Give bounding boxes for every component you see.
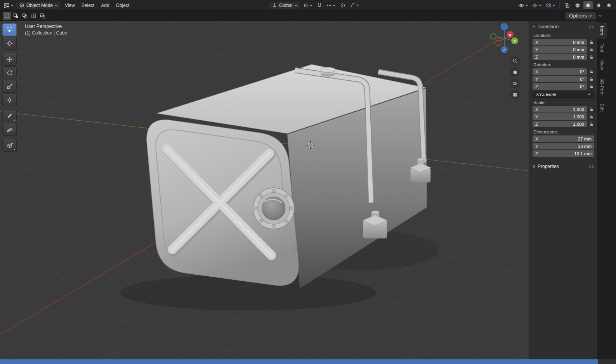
dimensions-x-row: X 27 mm bbox=[533, 135, 594, 142]
field-value: 1.000 bbox=[573, 122, 584, 127]
gizmo-axis-ball[interactable] bbox=[496, 40, 501, 46]
lock-icon[interactable] bbox=[588, 114, 594, 119]
gizmo-axis-ball[interactable] bbox=[501, 23, 508, 31]
falloff-curve-icon bbox=[350, 3, 355, 8]
shading-wireframe-button[interactable] bbox=[573, 1, 582, 9]
scale-z-field[interactable]: Z 1.000 bbox=[533, 121, 587, 127]
select-mode-set[interactable] bbox=[3, 12, 11, 20]
rotation-x-field[interactable]: X 0° bbox=[533, 68, 587, 75]
lock-icon[interactable] bbox=[588, 122, 594, 127]
transform-orientation-dropdown[interactable]: Global bbox=[269, 1, 301, 9]
tool-add-cube[interactable] bbox=[2, 139, 17, 152]
grip-icon[interactable] bbox=[588, 25, 594, 28]
tool-rotate[interactable] bbox=[2, 66, 17, 79]
location-z-field[interactable]: Z 0 mm bbox=[533, 54, 587, 60]
mode-dropdown[interactable]: Object Mode bbox=[16, 1, 61, 9]
xray-icon bbox=[564, 3, 570, 8]
field-value: 0° bbox=[580, 69, 584, 74]
grip-icon[interactable] bbox=[588, 165, 594, 168]
chevron-down-icon bbox=[295, 4, 298, 7]
rotation-z-field[interactable]: Z 0° bbox=[533, 83, 587, 90]
location-y-field[interactable]: Y 0 mm bbox=[533, 46, 587, 53]
axis-label: Y bbox=[535, 144, 538, 149]
location-x-field[interactable]: X 0 mm bbox=[533, 39, 587, 45]
shading-material-button[interactable] bbox=[594, 1, 603, 9]
lock-icon[interactable] bbox=[588, 55, 594, 59]
proportional-editing-toggle[interactable] bbox=[338, 1, 347, 10]
subtool-indicator bbox=[14, 119, 15, 121]
lock-icon[interactable] bbox=[588, 40, 594, 45]
header-menu-chevron[interactable] bbox=[599, 15, 602, 17]
tool-transform[interactable] bbox=[2, 94, 17, 106]
magnet-icon bbox=[317, 3, 322, 8]
snap-toggle[interactable] bbox=[315, 1, 324, 10]
sidebar-tab-view[interactable]: View bbox=[597, 57, 607, 74]
tool-annotate[interactable] bbox=[2, 109, 17, 122]
perspective-toggle-button[interactable] bbox=[510, 90, 520, 100]
select-mode-invert[interactable] bbox=[29, 12, 38, 20]
tool-scale[interactable] bbox=[2, 80, 17, 93]
options-dropdown[interactable]: Options bbox=[565, 12, 596, 20]
lock-icon[interactable] bbox=[588, 47, 594, 52]
rotation-z-row: Z 0° bbox=[533, 83, 594, 90]
dimensions-label: Dimensions: bbox=[533, 130, 594, 134]
options-label: Options bbox=[569, 13, 587, 19]
select-mode-extend[interactable] bbox=[12, 12, 20, 20]
properties-panel-header[interactable]: Properties bbox=[533, 162, 594, 170]
menu-select[interactable]: Select bbox=[79, 2, 97, 9]
overlays-dropdown[interactable] bbox=[544, 1, 557, 10]
sidebar-tab-tool[interactable]: Tool bbox=[597, 40, 607, 55]
xray-toggle[interactable] bbox=[562, 1, 572, 9]
snap-settings-dropdown[interactable] bbox=[325, 1, 337, 10]
select-mode-intersect[interactable] bbox=[38, 12, 47, 20]
menu-object[interactable]: Object bbox=[113, 2, 132, 9]
lock-icon[interactable] bbox=[588, 69, 594, 74]
rotation-y-field[interactable]: Y 0° bbox=[533, 76, 587, 82]
tool-measure[interactable] bbox=[2, 123, 17, 136]
select-invert-icon bbox=[31, 13, 36, 19]
select-mode-subtract[interactable] bbox=[21, 12, 29, 20]
gizmos-dropdown[interactable] bbox=[531, 1, 543, 10]
menu-view[interactable]: View bbox=[62, 2, 78, 9]
shading-rendered-button[interactable] bbox=[604, 1, 614, 9]
scale-y-field[interactable]: Y 1.000 bbox=[533, 113, 587, 120]
editor-type-dropdown[interactable] bbox=[2, 1, 15, 10]
tool-cursor[interactable] bbox=[2, 37, 17, 50]
sidebar-tab-item[interactable]: Item bbox=[597, 23, 607, 39]
axis-label: X bbox=[535, 40, 538, 45]
dimensions-z-field[interactable]: Z 10.1 mm bbox=[533, 150, 594, 157]
object-visibility-dropdown[interactable] bbox=[517, 1, 529, 10]
dimensions-y-row: Y 13 mm bbox=[533, 143, 594, 149]
gizmo-y-label: Y bbox=[514, 39, 516, 43]
scale-tool-icon bbox=[7, 83, 13, 90]
tool-select-box[interactable] bbox=[2, 23, 17, 36]
scale-x-field[interactable]: X 1.000 bbox=[533, 106, 587, 113]
zoom-button[interactable] bbox=[510, 56, 520, 66]
location-x-row: X 0 mm bbox=[533, 39, 594, 45]
field-value: 0 mm bbox=[573, 40, 584, 45]
lock-icon[interactable] bbox=[588, 77, 594, 81]
shading-solid-button[interactable] bbox=[583, 1, 593, 9]
sidebar-tab-edit[interactable]: Edit bbox=[597, 100, 607, 115]
navigation-gizmo[interactable]: X Y Z bbox=[486, 22, 522, 56]
viewport-3d-scene[interactable] bbox=[0, 21, 616, 359]
menu-add[interactable]: Add bbox=[98, 2, 112, 9]
move-tool-icon bbox=[7, 56, 13, 62]
dimensions-y-field[interactable]: Y 13 mm bbox=[533, 143, 594, 149]
eye-icon bbox=[518, 2, 524, 9]
axis-label: Z bbox=[535, 84, 538, 89]
lock-icon[interactable] bbox=[588, 107, 594, 112]
pan-button[interactable] bbox=[510, 67, 520, 77]
axes-icon bbox=[272, 3, 277, 8]
tool-move[interactable] bbox=[2, 53, 17, 66]
lock-icon[interactable] bbox=[588, 84, 594, 89]
dimensions-x-field[interactable]: X 27 mm bbox=[533, 135, 594, 142]
transform-panel-header[interactable]: Transform bbox=[533, 23, 594, 31]
pivot-point-dropdown[interactable] bbox=[302, 1, 314, 10]
gizmo-axis-ball[interactable] bbox=[491, 34, 496, 39]
sidebar-tab-3d-print[interactable]: 3D-Print bbox=[597, 75, 607, 99]
proportional-falloff-dropdown[interactable] bbox=[349, 1, 360, 10]
camera-view-button[interactable] bbox=[510, 78, 520, 88]
rotation-mode-dropdown[interactable]: XYZ Euler bbox=[533, 91, 594, 98]
viewport-3d[interactable]: User Perspective (1) Collection | Cube bbox=[0, 21, 616, 359]
